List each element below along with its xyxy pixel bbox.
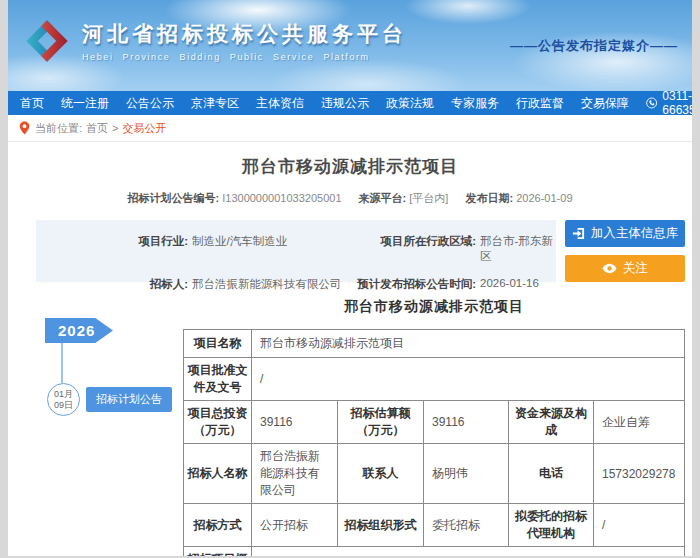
phone-icon bbox=[646, 96, 657, 110]
publish-date-label: 发布日期: bbox=[466, 192, 514, 204]
follow-button[interactable]: 关注 bbox=[565, 255, 685, 282]
notice-info-section: 项目行业: 制造业/汽车制造业 项目所在行政区域: 邢台市-邢东新区 招标人: … bbox=[36, 220, 685, 282]
source-value: [平台内] bbox=[409, 192, 448, 204]
page: 河北省招标投标公共服务平台 Hebei Province Bidding Pub… bbox=[8, 0, 692, 556]
hotline: 0311-66635550/66635551 bbox=[646, 89, 692, 117]
site-logo-icon bbox=[21, 15, 73, 67]
eye-icon bbox=[602, 263, 617, 274]
nav-item-policies[interactable]: 政策法规 bbox=[386, 95, 434, 112]
tenderee-name-value: 邢台浩振新能源科技有限公司 bbox=[252, 444, 338, 504]
contact-value: 杨明伟 bbox=[424, 444, 509, 504]
funding-source-value: 企业自筹 bbox=[594, 401, 685, 444]
phone-label: 电话 bbox=[509, 444, 594, 504]
site-subtitle: Hebei Province Bidding Public Service Pl… bbox=[82, 52, 407, 62]
action-buttons: 加入主体信息库 关注 bbox=[565, 220, 685, 282]
tender-method-label: 招标方式 bbox=[184, 504, 252, 547]
site-title-block: 河北省招标投标公共服务平台 Hebei Province Bidding Pub… bbox=[82, 20, 407, 62]
nav-item-entity-credit[interactable]: 主体资信 bbox=[256, 95, 304, 112]
project-overview-label: 招标项目概况 bbox=[184, 547, 252, 557]
table-row: 项目批准文件及文号 / bbox=[184, 358, 685, 401]
plan-no-label: 招标计划公告编号: bbox=[127, 192, 219, 204]
table-row: 招标项目概况 购置垃圾车208辆；湿扫车131辆；洒水车153辆，共计购置新能源… bbox=[184, 547, 685, 557]
nav-item-jingjin-zone[interactable]: 京津专区 bbox=[191, 95, 239, 112]
table-row: 项目总投资（万元） 39116 招标估算额（万元） 39116 资金来源及构成 … bbox=[184, 401, 685, 444]
notice-body: 2026 01月 09日 招标计划公告 邢台市移动源减排示范项目 项目名称 邢台… bbox=[8, 286, 692, 556]
estimate-label: 招标估算额（万元） bbox=[338, 401, 424, 444]
funding-source-label: 资金来源及构成 bbox=[509, 401, 594, 444]
source-label: 来源平台: bbox=[359, 192, 407, 204]
site-banner: 河北省招标投标公共服务平台 Hebei Province Bidding Pub… bbox=[8, 0, 692, 91]
tender-method-value: 公开招标 bbox=[252, 504, 338, 547]
agency-value: / bbox=[594, 504, 685, 547]
publish-date-value: 2026-01-09 bbox=[516, 192, 572, 204]
notice-meta: 招标计划公告编号: I1300000001033205001 来源平台: [平台… bbox=[8, 191, 692, 206]
timeline-event: 01月 09日 招标计划公告 bbox=[45, 383, 183, 416]
join-entity-db-label: 加入主体信息库 bbox=[591, 225, 679, 242]
contact-label: 联系人 bbox=[338, 444, 424, 504]
site-title: 河北省招标投标公共服务平台 bbox=[82, 20, 407, 48]
timeline-date-month: 01月 bbox=[54, 389, 73, 400]
project-name-value: 邢台市移动源减排示范项目 bbox=[252, 330, 685, 358]
region-value: 邢台市-邢东新区 bbox=[480, 234, 556, 264]
total-investment-label: 项目总投资（万元） bbox=[184, 401, 252, 444]
timeline-year-flag: 2026 bbox=[45, 318, 113, 343]
table-row: 招标方式 公开招标 招标组织形式 委托招标 拟委托的招标代理机构 / bbox=[184, 504, 685, 547]
timeline: 2026 01月 09日 招标计划公告 bbox=[8, 286, 183, 556]
location-pin-icon bbox=[19, 121, 30, 135]
timeline-event-label[interactable]: 招标计划公告 bbox=[86, 387, 172, 412]
timeline-date-badge: 01月 09日 bbox=[47, 383, 80, 416]
notice-title: 邢台市移动源减排示范项目 bbox=[8, 155, 692, 178]
nav-item-register[interactable]: 统一注册 bbox=[61, 95, 109, 112]
tenderee-name-label: 招标人名称 bbox=[184, 444, 252, 504]
breadcrumb-separator: > bbox=[112, 122, 118, 134]
industry-label: 项目行业: bbox=[88, 234, 188, 264]
breadcrumb-prefix: 当前位置: bbox=[35, 121, 82, 136]
detail-table: 项目名称 邢台市移动源减排示范项目 项目批准文件及文号 / 项目总投资（万元） … bbox=[183, 329, 685, 556]
approval-doc-label: 项目批准文件及文号 bbox=[184, 358, 252, 401]
breadcrumb-current[interactable]: 交易公开 bbox=[123, 121, 167, 136]
hotline-number: 0311-66635550/66635551 bbox=[662, 89, 692, 117]
nav-item-announcements[interactable]: 公告公示 bbox=[126, 95, 174, 112]
table-row: 招标人名称 邢台浩振新能源科技有限公司 联系人 杨明伟 电话 157320292… bbox=[184, 444, 685, 504]
nav-item-supervision[interactable]: 行政监督 bbox=[516, 95, 564, 112]
project-overview-value: 购置垃圾车208辆；湿扫车131辆；洒水车153辆，共计购置新能源车辆492辆。 bbox=[252, 547, 685, 557]
project-name-label: 项目名称 bbox=[184, 330, 252, 358]
plan-no-value: I1300000001033205001 bbox=[222, 192, 341, 204]
table-row: 项目名称 邢台市移动源减排示范项目 bbox=[184, 330, 685, 358]
industry-value: 制造业/汽车制造业 bbox=[192, 234, 350, 264]
site-brand[interactable]: 河北省招标投标公共服务平台 Hebei Province Bidding Pub… bbox=[21, 15, 407, 67]
total-investment-value: 39116 bbox=[252, 401, 338, 444]
nav-item-home[interactable]: 首页 bbox=[20, 95, 44, 112]
notice-info-panel: 项目行业: 制造业/汽车制造业 项目所在行政区域: 邢台市-邢东新区 招标人: … bbox=[36, 220, 556, 282]
banner-slogan: ——公告发布指定媒介—— bbox=[510, 37, 678, 55]
main-nav: 首页 统一注册 公告公示 京津专区 主体资信 违规公示 政策法规 专家服务 行政… bbox=[8, 91, 692, 115]
estimate-value: 39116 bbox=[424, 401, 509, 444]
nav-item-violations[interactable]: 违规公示 bbox=[321, 95, 369, 112]
timeline-date-day: 09日 bbox=[54, 400, 73, 411]
timeline-connector bbox=[61, 343, 63, 383]
breadcrumb-home[interactable]: 首页 bbox=[86, 121, 108, 136]
nav-item-expert-service[interactable]: 专家服务 bbox=[451, 95, 499, 112]
join-entity-db-button[interactable]: 加入主体信息库 bbox=[565, 220, 685, 247]
agency-label: 拟委托的招标代理机构 bbox=[509, 504, 594, 547]
region-label: 项目所在行政区域: bbox=[350, 234, 476, 264]
sign-in-icon bbox=[572, 227, 585, 240]
breadcrumb: 当前位置: 首页 > 交易公开 bbox=[8, 115, 692, 142]
nav-item-trade-guarantee[interactable]: 交易保障 bbox=[581, 95, 629, 112]
approval-doc-value: / bbox=[252, 358, 685, 401]
organization-form-value: 委托招标 bbox=[424, 504, 509, 547]
phone-value: 15732029278 bbox=[594, 444, 685, 504]
detail-table-section: 邢台市移动源减排示范项目 项目名称 邢台市移动源减排示范项目 项目批准文件及文号… bbox=[183, 286, 692, 556]
follow-label: 关注 bbox=[623, 260, 648, 277]
detail-table-title: 邢台市移动源减排示范项目 bbox=[183, 286, 685, 316]
organization-form-label: 招标组织形式 bbox=[338, 504, 424, 547]
